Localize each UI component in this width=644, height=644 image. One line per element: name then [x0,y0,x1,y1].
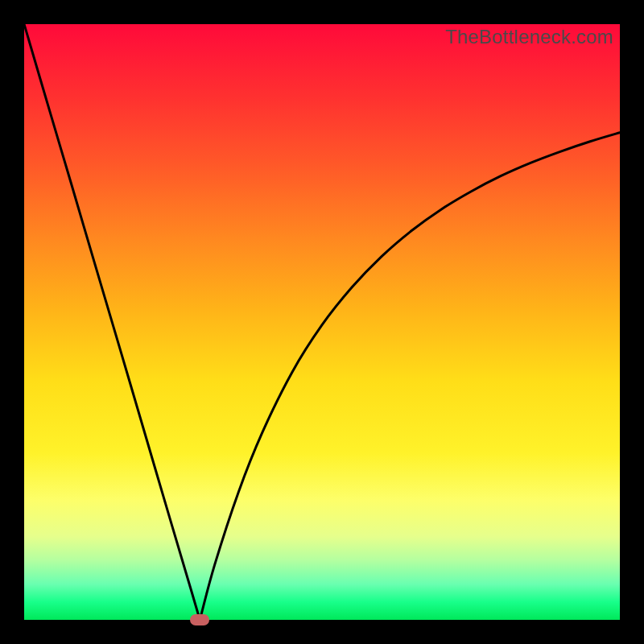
data-marker [190,614,209,625]
curve-layer [24,24,620,620]
chart-frame: TheBottleneck.com [0,0,644,644]
curve-left-branch [24,24,200,620]
curve-right-branch [200,133,620,620]
plot-area: TheBottleneck.com [24,24,620,620]
